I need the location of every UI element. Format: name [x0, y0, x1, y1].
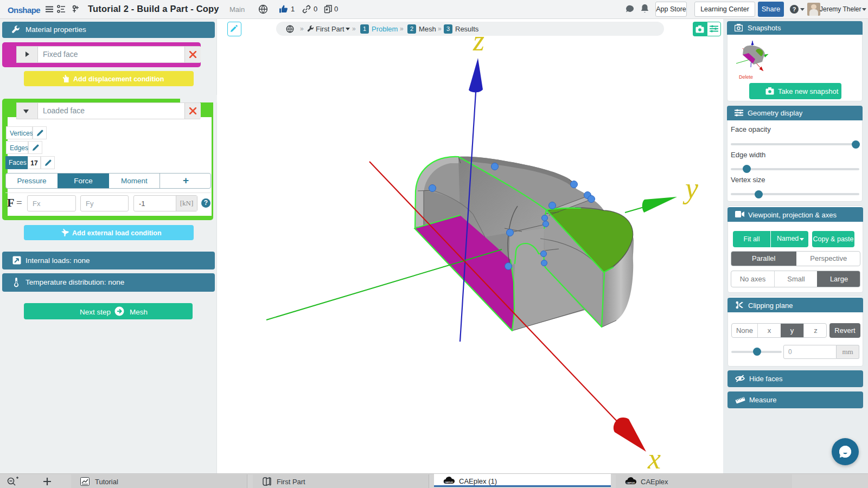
- svg-text:Delete: Delete: [739, 74, 753, 80]
- svg-text:CAEPLEX: CAEPLEX: [627, 482, 635, 484]
- svg-text:CAEPLEX: CAEPLEX: [445, 481, 454, 484]
- svg-text:?: ?: [793, 6, 796, 12]
- svg-text:y: y: [682, 172, 698, 204]
- svg-text:x: x: [647, 442, 661, 473]
